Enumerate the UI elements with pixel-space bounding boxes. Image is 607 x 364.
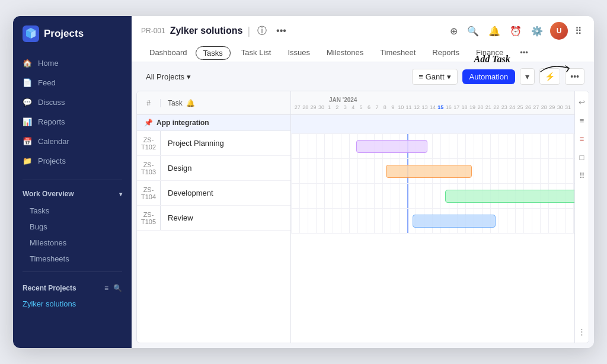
grid-line (548, 134, 549, 158)
grid-line (366, 159, 366, 183)
toolbar-left: All Projects ▾ (141, 70, 196, 84)
grid-line (499, 134, 499, 158)
grid-line (341, 184, 341, 208)
sidebar-item-calendar[interactable]: 📅 Calendar (13, 132, 132, 151)
dropdown-arrow-icon: ▾ (187, 72, 191, 81)
tab-issues[interactable]: Issues (279, 44, 318, 62)
settings-button[interactable]: ⚙️ (529, 23, 545, 39)
app-window: Projects 🏠 Home 📄 Feed 💬 Discuss 📊 Repor… (13, 16, 594, 348)
table-row[interactable]: ZS-T104 Development (137, 181, 290, 206)
work-sub-milestones[interactable]: Milestones (13, 235, 132, 251)
gantt-day: 5 (357, 104, 365, 110)
grid-line (391, 184, 391, 208)
automation-wrapper: Automation Add Task (462, 69, 516, 84)
task-filter-icon[interactable]: 🔔 (186, 99, 195, 107)
grid-line (540, 159, 541, 183)
gantt-chart: JAN '2024 272829301234567891011121314151… (291, 91, 574, 343)
grid-icon[interactable]: ⠿ (577, 170, 587, 182)
tab-timesheet[interactable]: Timesheet (372, 44, 424, 62)
work-overview-header[interactable]: Work Overview ▾ (13, 185, 132, 203)
chevron-down-button[interactable]: ▾ (520, 68, 535, 85)
grid-line (324, 134, 325, 158)
grid-line (366, 209, 366, 233)
info-button[interactable]: ⓘ (255, 23, 269, 40)
gantt-day: 20 (477, 104, 484, 110)
grid-line (548, 209, 549, 233)
sidebar-divider (23, 180, 122, 180)
tab-dashboard[interactable]: Dashboard (141, 44, 196, 62)
more-vertical-icon[interactable]: ⋮ (576, 325, 587, 338)
gantt-header: JAN '2024 272829301234567891011121314151… (291, 91, 574, 115)
gantt-day: 30 (556, 104, 564, 110)
sidebar-item-reports[interactable]: 📊 Reports (13, 113, 132, 131)
sidebar-item-projects[interactable]: 📁 Projects (13, 152, 132, 170)
sidebar-item-discuss[interactable]: 💬 Discuss (13, 93, 132, 111)
clock-button[interactable]: ⏰ (507, 23, 524, 39)
rows-icon[interactable]: ≡ (578, 114, 586, 127)
grid-line (299, 159, 300, 183)
calendar-icon: 📅 (23, 137, 32, 146)
grid-line (440, 134, 441, 158)
sidebar-item-home[interactable]: 🏠 Home (13, 54, 132, 72)
grid-line (548, 159, 549, 183)
work-sub-tasks[interactable]: Tasks (13, 203, 132, 219)
tab-reports[interactable]: Reports (424, 44, 468, 62)
grid-line (399, 209, 400, 233)
table-row[interactable]: ZS-T103 Design (137, 156, 290, 181)
bookmark-icon[interactable]: □ (578, 151, 586, 164)
tab-task-list[interactable]: Task List (233, 44, 280, 62)
grid-line (291, 209, 292, 233)
gantt-bar[interactable] (413, 215, 496, 228)
grid-line (316, 159, 317, 183)
gantt-day: 26 (524, 104, 532, 110)
search-button[interactable]: 🔍 (465, 23, 481, 39)
grid-line (308, 209, 308, 233)
grid-line (333, 209, 333, 233)
task-table-header: # Task 🔔 (137, 91, 290, 115)
all-projects-button[interactable]: All Projects ▾ (141, 70, 196, 84)
gantt-button[interactable]: ≡ Gantt ▾ (412, 69, 457, 85)
grid-line (291, 159, 292, 183)
gantt-day: 23 (500, 104, 508, 110)
gantt-day: 4 (349, 104, 357, 110)
more-options-button[interactable]: ••• (274, 23, 289, 39)
gantt-bar[interactable] (445, 190, 574, 203)
undo-icon[interactable]: ↩ (577, 96, 587, 108)
tab-more[interactable]: ••• (512, 44, 536, 62)
gantt-bar[interactable] (356, 140, 427, 153)
tab-milestones[interactable]: Milestones (318, 44, 372, 62)
grid-line (457, 134, 458, 158)
chevron-down-icon: ▾ (119, 191, 122, 197)
table-row[interactable]: ZS-T102 Project Planning (137, 131, 290, 156)
gantt-day: 14 (429, 104, 436, 110)
work-sub-timesheets[interactable]: Timesheets (13, 251, 132, 267)
automation-button[interactable]: Automation (462, 69, 516, 84)
sidebar-item-feed[interactable]: 📄 Feed (13, 74, 132, 92)
gantt-label: Gantt (426, 72, 445, 81)
home-icon: 🏠 (23, 59, 32, 68)
work-sub-bugs[interactable]: Bugs (13, 219, 132, 235)
task-id-t104: ZS-T104 (137, 181, 161, 205)
toolbar-right: ≡ Gantt ▾ Automation Add Task ▾ ⚡ ••• (412, 68, 584, 85)
add-button[interactable]: ⊕ (448, 23, 460, 39)
grid-line (532, 159, 532, 183)
sidebar-logo-text: Projects (44, 28, 84, 40)
recent-projects-header: Recent Projects ≡ 🔍 (13, 277, 132, 296)
avatar[interactable]: U (550, 22, 568, 40)
gantt-day: 29 (309, 104, 317, 110)
tab-tasks[interactable]: Tasks (196, 46, 231, 60)
nav-tabs: Dashboard Tasks Task List Issues Milesto… (141, 44, 584, 62)
grid-line (341, 134, 341, 158)
filter-icon[interactable]: ≡ (104, 284, 108, 292)
grid-line (565, 159, 566, 183)
columns-icon[interactable]: ≡ (578, 133, 586, 145)
table-row[interactable]: ZS-T105 Review (137, 206, 290, 231)
gantt-bar[interactable] (386, 165, 472, 178)
grid-line (391, 209, 391, 233)
grid-line (382, 209, 383, 233)
search-icon[interactable]: 🔍 (113, 284, 122, 292)
notification-bell-button[interactable]: 🔔 (486, 23, 503, 39)
apps-grid-button[interactable]: ⠿ (573, 23, 584, 39)
recent-project-zylker[interactable]: Zylker solutions (13, 296, 132, 312)
grid-line (424, 184, 424, 208)
